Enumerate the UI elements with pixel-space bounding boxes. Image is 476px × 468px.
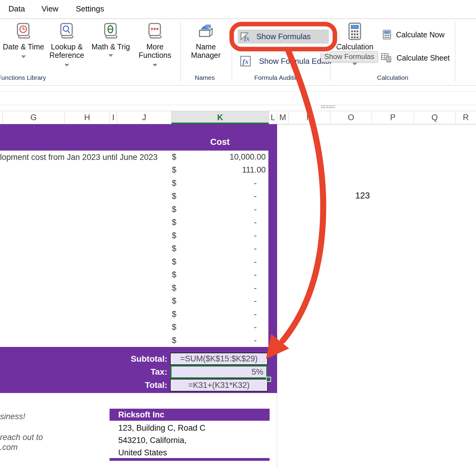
invoice-row[interactable]: $10,000.00: [0, 151, 277, 164]
invoice-row[interactable]: $-: [0, 216, 277, 229]
menu-item-data[interactable]: Data: [8, 4, 25, 14]
math-trig-label: Math & Trig: [90, 42, 132, 51]
svg-text:fx: fx: [244, 35, 249, 42]
cost-amount: -: [254, 203, 257, 216]
calculate-sheet-label: Calculate Sheet: [397, 54, 450, 62]
column-header-K[interactable]: K: [171, 111, 269, 124]
column-header-O[interactable]: O: [330, 111, 372, 124]
currency-symbol: $: [172, 268, 176, 281]
svg-text:fx: fx: [243, 58, 249, 65]
currency-symbol: $: [172, 282, 176, 295]
calculate-sheet-button[interactable]: Calculate Sheet: [381, 53, 450, 63]
column-header-R[interactable]: R: [455, 111, 476, 124]
invoice-row[interactable]: $-: [0, 203, 277, 216]
invoice-row[interactable]: $111.00: [0, 164, 277, 176]
invoice-row[interactable]: $-: [0, 268, 277, 281]
calculation-icon: [334, 23, 376, 40]
column-header-P[interactable]: P: [372, 111, 414, 124]
subtotal-label: Subtotal:: [0, 353, 167, 365]
group-divider: [455, 21, 455, 82]
pane-split-handle[interactable]: [321, 105, 335, 108]
show-formulas-label: Show Formulas: [256, 32, 311, 41]
chevron-down-icon[interactable]: [153, 64, 157, 67]
menu-item-settings[interactable]: Settings: [76, 4, 104, 14]
currency-symbol: $: [172, 334, 176, 347]
column-header-J[interactable]: J: [117, 111, 171, 124]
currency-symbol: $: [172, 177, 176, 190]
currency-symbol: $: [172, 308, 176, 321]
invoice-row[interactable]: $-: [0, 334, 277, 347]
currency-symbol: $: [172, 216, 176, 229]
cost-amount: -: [254, 190, 257, 203]
cost-amount: -: [254, 216, 257, 229]
invoice-row[interactable]: $-: [0, 282, 277, 295]
show-formula-editor-button[interactable]: fx Show Formula Editor: [240, 56, 332, 67]
tax-value-cell[interactable]: 5%: [170, 365, 268, 379]
selection-fill-handle[interactable]: [266, 377, 271, 382]
name-manager-button[interactable]: Name Manager: [185, 23, 227, 59]
cost-amount: -: [254, 321, 257, 334]
cell-value-123[interactable]: 123: [352, 191, 373, 200]
chevron-down-icon[interactable]: [108, 54, 113, 57]
invoice-row[interactable]: $-: [0, 255, 277, 268]
calculate-sheet-icon: [381, 53, 392, 63]
cost-amount: -: [254, 268, 257, 281]
invoice-rows: $10,000.00$111.00$-$-$-$-$-$-$-$-$-$-$-$…: [0, 151, 277, 347]
subtotal-formula-cell[interactable]: =SUM($K$15:$K$29): [170, 353, 268, 365]
cost-column-header: Cost: [171, 124, 269, 151]
group-label-calculation: Calculation: [377, 74, 408, 81]
menu-item-view[interactable]: View: [42, 4, 58, 14]
invoice-row[interactable]: $-: [0, 308, 277, 321]
currency-symbol: $: [172, 229, 176, 242]
company-address-line: 123, Building C, Road C: [118, 423, 206, 432]
show-formulas-button[interactable]: fx Show Formulas: [238, 30, 329, 44]
date-time-book-icon: [2, 23, 45, 40]
company-address-line: 543210, California,: [118, 436, 187, 445]
lookup-reference-label: Lookup & Reference: [46, 42, 88, 59]
currency-symbol: $: [172, 295, 176, 307]
invoice-row[interactable]: $-: [0, 321, 277, 334]
chevron-down-icon[interactable]: [352, 63, 357, 65]
group-label-names: Names: [195, 74, 215, 81]
total-formula-cell[interactable]: =K31+(K31*K32): [170, 379, 268, 392]
invoice-row[interactable]: $-: [0, 242, 277, 255]
formula-editor-icon: fx: [240, 56, 251, 67]
currency-symbol: $: [172, 255, 176, 268]
column-header-M[interactable]: M: [277, 111, 288, 124]
footer-note-line: reach out to: [0, 433, 43, 442]
column-header-N[interactable]: N: [288, 111, 330, 124]
cost-amount: -: [254, 334, 257, 347]
invoice-row[interactable]: $-: [0, 190, 277, 203]
invoice-row[interactable]: $-: [0, 295, 277, 307]
calculate-now-button[interactable]: Calculate Now: [383, 30, 444, 39]
formula-bar-top-border: [0, 91, 476, 92]
name-manager-icon: [185, 23, 227, 40]
group-divider: [232, 21, 232, 82]
company-address-line: United States: [118, 448, 167, 457]
math-trig-button[interactable]: Math & Trig: [90, 23, 132, 58]
cost-amount: -: [254, 255, 257, 268]
invoice-totals-band: Subtotal: Tax: Total: =SUM($K$15:$K$29) …: [0, 347, 277, 393]
column-header-I[interactable]: I: [110, 111, 117, 124]
invoice-row[interactable]: $-: [0, 177, 277, 190]
footer-note-line: .com: [0, 443, 18, 452]
ribbon: Date & Time Lookup & Reference: [0, 19, 476, 86]
currency-symbol: $: [172, 242, 176, 255]
currency-symbol: $: [172, 321, 176, 334]
column-header-G[interactable]: G: [2, 111, 64, 124]
cost-amount: -: [254, 229, 257, 242]
currency-symbol: $: [172, 203, 176, 216]
column-header-Q[interactable]: Q: [414, 111, 455, 124]
group-divider: [181, 21, 181, 82]
column-header-L[interactable]: L: [269, 111, 277, 124]
more-functions-button[interactable]: More Functions: [134, 23, 176, 68]
column-header-H[interactable]: H: [64, 111, 110, 124]
chevron-down-icon[interactable]: [64, 64, 69, 67]
chevron-down-icon[interactable]: [21, 55, 26, 58]
date-time-button[interactable]: Date & Time: [2, 23, 45, 59]
lookup-reference-button[interactable]: Lookup & Reference: [46, 23, 88, 68]
cost-amount: -: [254, 308, 257, 321]
invoice-row[interactable]: $-: [0, 229, 277, 242]
column-header-edge[interactable]: [0, 111, 2, 124]
footer-note-line: siness!: [0, 412, 25, 421]
